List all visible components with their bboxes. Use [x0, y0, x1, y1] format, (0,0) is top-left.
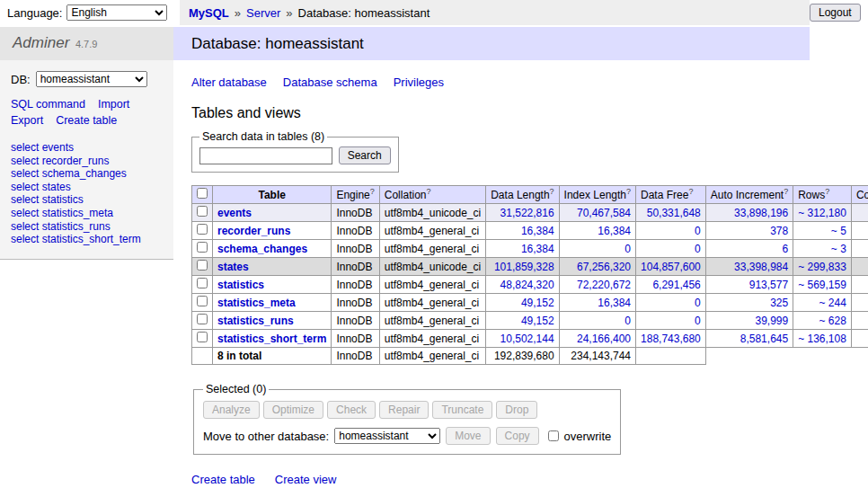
table-link-statistics-short-term[interactable]: statistics_short_term — [217, 333, 326, 345]
analyze-button[interactable]: Analyze — [203, 401, 260, 419]
check-button[interactable]: Check — [327, 401, 376, 419]
optimize-button[interactable]: Optimize — [263, 401, 323, 419]
create-view-link[interactable]: Create view — [275, 473, 337, 486]
auto-increment-link[interactable]: 8,581,645 — [740, 333, 788, 345]
create-table-link-main[interactable]: Create table — [191, 473, 255, 486]
auto-increment-link[interactable]: 33,898,196 — [734, 207, 788, 219]
auto-increment-link[interactable]: 39,999 — [755, 315, 788, 327]
rows-count-link[interactable]: ~ 569,159 — [798, 279, 846, 291]
truncate-button[interactable]: Truncate — [432, 401, 492, 419]
copy-button[interactable]: Copy — [496, 427, 539, 445]
create-table-link[interactable]: Create table — [56, 114, 117, 127]
data-length-link[interactable]: 16,384 — [521, 243, 554, 255]
row-checkbox-statistics-runs[interactable] — [197, 314, 208, 324]
alter-database-link[interactable]: Alter database — [191, 75, 267, 89]
index-length-link[interactable]: 72,220,672 — [577, 279, 631, 291]
table-link-statistics-runs[interactable]: statistics_runs — [217, 315, 294, 327]
data-length-link[interactable]: 10,502,144 — [500, 333, 554, 345]
index-length-link[interactable]: 16,384 — [598, 297, 631, 309]
db-select[interactable]: homeassistant — [36, 71, 147, 87]
data-free-link[interactable]: 0 — [695, 297, 701, 309]
data-free-link[interactable]: 50,331,648 — [647, 207, 701, 219]
data-length-link[interactable]: 16,384 — [521, 225, 554, 237]
table-link-statistics-meta[interactable]: statistics_meta — [217, 297, 296, 309]
breadcrumb-server-link[interactable]: Server — [246, 6, 280, 20]
row-checkbox-recorder-runs[interactable] — [197, 224, 208, 235]
drop-button[interactable]: Drop — [496, 401, 537, 419]
rows-count-link[interactable]: ~ 299,833 — [798, 261, 846, 273]
help-icon-data-length[interactable]: ? — [550, 187, 554, 196]
breadcrumb-mysql-link[interactable]: MySQL — [189, 6, 229, 20]
move-db-select[interactable]: homeassistant — [334, 428, 440, 444]
sidebar-item-select-statistics[interactable]: select statistics — [11, 193, 163, 207]
sidebar-item-select-recorder-runs[interactable]: select recorder_runs — [11, 155, 163, 168]
index-length-link[interactable]: 67,256,320 — [577, 261, 631, 273]
data-free-link[interactable]: 0 — [695, 315, 701, 327]
table-link-events[interactable]: events — [217, 207, 252, 219]
row-checkbox-states[interactable] — [197, 260, 208, 271]
data-length-link[interactable]: 31,522,816 — [500, 207, 554, 219]
sidebar-item-select-statistics-short-term[interactable]: select statistics_short_term — [11, 233, 163, 246]
auto-increment-link[interactable]: 913,577 — [749, 279, 788, 291]
table-link-schema-changes[interactable]: schema_changes — [217, 243, 307, 255]
sidebar-item-select-statistics-runs[interactable]: select statistics_runs — [11, 220, 163, 234]
rows-count-link[interactable]: ~ 3 — [831, 243, 846, 255]
rows-count-link[interactable]: ~ 628 — [819, 315, 846, 327]
data-length-link[interactable]: 101,859,328 — [494, 261, 554, 273]
data-length-link[interactable]: 48,824,320 — [500, 279, 554, 291]
auto-increment-link[interactable]: 6 — [782, 243, 788, 255]
data-free-link[interactable]: 0 — [695, 243, 701, 255]
row-checkbox-statistics[interactable] — [197, 278, 208, 288]
help-icon-auto-increment[interactable]: ? — [784, 187, 788, 196]
privileges-link[interactable]: Privileges — [394, 75, 444, 89]
search-input[interactable] — [199, 147, 332, 164]
collation-cell: utf8mb4_general_ci — [379, 312, 485, 330]
help-icon-rows[interactable]: ? — [825, 187, 829, 196]
logout-button[interactable]: Logout — [810, 4, 861, 22]
help-icon-collation[interactable]: ? — [426, 187, 430, 196]
comment-cell — [851, 222, 868, 240]
data-free-link[interactable]: 104,857,600 — [641, 261, 701, 273]
overwrite-checkbox[interactable] — [548, 430, 559, 441]
data-free-link[interactable]: 188,743,680 — [641, 333, 701, 345]
table-link-states[interactable]: states — [217, 261, 249, 273]
export-link[interactable]: Export — [11, 114, 43, 127]
auto-increment-link[interactable]: 378 — [770, 225, 788, 237]
help-icon-data-free[interactable]: ? — [688, 187, 693, 196]
move-button[interactable]: Move — [446, 427, 490, 445]
table-link-statistics[interactable]: statistics — [217, 279, 264, 291]
row-checkbox-statistics-short-term[interactable] — [197, 332, 208, 342]
data-free-link[interactable]: 6,291,456 — [652, 279, 700, 291]
select-all-checkbox[interactable] — [197, 188, 208, 199]
sidebar-item-select-statistics-meta[interactable]: select statistics_meta — [11, 207, 163, 220]
row-checkbox-schema-changes[interactable] — [197, 242, 208, 253]
index-length-link[interactable]: 24,166,400 — [577, 333, 631, 345]
data-free-link[interactable]: 0 — [695, 225, 701, 237]
sidebar-item-select-events[interactable]: select events — [11, 141, 163, 155]
index-length-link[interactable]: 70,467,584 — [577, 207, 631, 219]
sidebar-item-select-states[interactable]: select states — [11, 181, 163, 194]
row-checkbox-statistics-meta[interactable] — [197, 296, 208, 306]
data-length-link[interactable]: 49,152 — [521, 315, 554, 327]
auto-increment-link[interactable]: 33,398,984 — [734, 261, 788, 273]
rows-count-link[interactable]: ~ 5 — [831, 225, 846, 237]
table-link-recorder-runs[interactable]: recorder_runs — [217, 225, 290, 237]
help-icon-index-length[interactable]: ? — [626, 187, 631, 196]
data-length-link[interactable]: 49,152 — [521, 297, 554, 309]
import-link[interactable]: Import — [98, 98, 129, 111]
rows-count-link[interactable]: ~ 244 — [819, 297, 846, 309]
index-length-link[interactable]: 16,384 — [598, 225, 631, 237]
help-icon-engine[interactable]: ? — [370, 187, 375, 196]
rows-count-link[interactable]: ~ 136,108 — [798, 333, 846, 345]
sql-command-link[interactable]: SQL command — [11, 98, 85, 111]
search-button[interactable]: Search — [339, 146, 391, 164]
repair-button[interactable]: Repair — [379, 401, 429, 419]
index-length-link[interactable]: 0 — [624, 315, 631, 327]
auto-increment-link[interactable]: 325 — [770, 297, 788, 309]
database-schema-link[interactable]: Database schema — [283, 75, 377, 89]
sidebar-item-select-schema-changes[interactable]: select schema_changes — [11, 167, 163, 181]
row-checkbox-events[interactable] — [197, 206, 208, 217]
index-length-link[interactable]: 0 — [624, 243, 631, 255]
rows-count-link[interactable]: ~ 312,180 — [798, 207, 846, 219]
language-select[interactable]: English — [66, 4, 167, 21]
